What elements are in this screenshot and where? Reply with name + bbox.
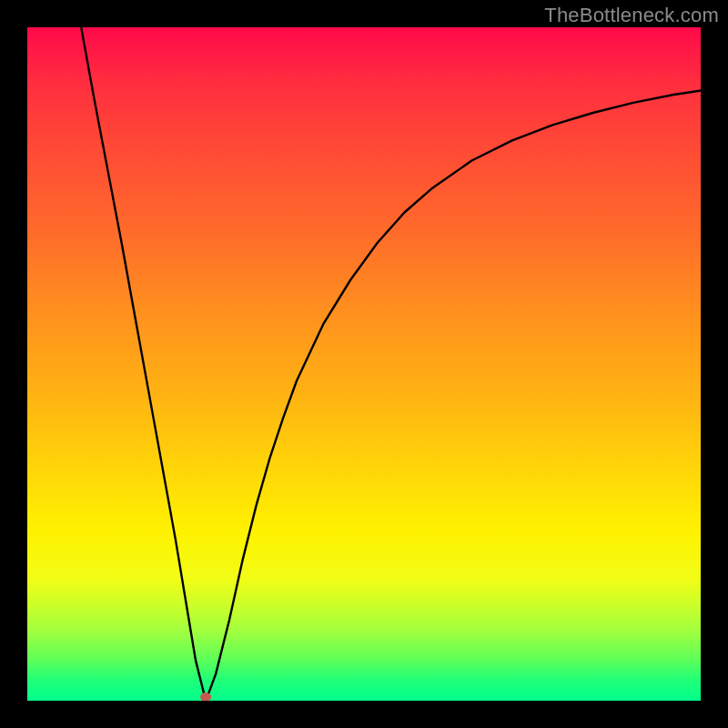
chart-frame: TheBottleneck.com bbox=[0, 0, 728, 728]
watermark-text: TheBottleneck.com bbox=[544, 4, 719, 27]
bottleneck-curve bbox=[27, 27, 701, 701]
plot-area bbox=[27, 27, 701, 701]
